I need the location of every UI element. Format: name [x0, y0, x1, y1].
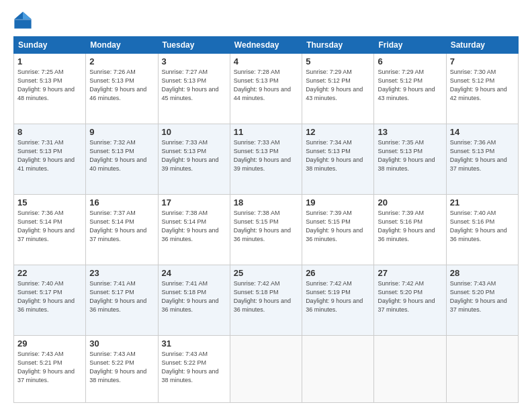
- calendar-cell: 9Sunrise: 7:32 AMSunset: 5:13 PMDaylight…: [86, 124, 158, 194]
- calendar-cell: 25Sunrise: 7:42 AMSunset: 5:18 PMDayligh…: [230, 265, 302, 335]
- day-info: Sunrise: 7:42 AMSunset: 5:20 PMDaylight:…: [378, 280, 435, 313]
- calendar-body: 1Sunrise: 7:25 AMSunset: 5:13 PMDaylight…: [14, 54, 519, 403]
- calendar-cell: 26Sunrise: 7:42 AMSunset: 5:19 PMDayligh…: [302, 265, 374, 335]
- calendar-cell: 15Sunrise: 7:36 AMSunset: 5:14 PMDayligh…: [14, 194, 86, 265]
- calendar-cell: 10Sunrise: 7:33 AMSunset: 5:13 PMDayligh…: [158, 124, 230, 194]
- calendar-cell: [374, 335, 446, 402]
- calendar-cell: 28Sunrise: 7:43 AMSunset: 5:20 PMDayligh…: [446, 265, 518, 335]
- day-info: Sunrise: 7:43 AMSunset: 5:22 PMDaylight:…: [89, 351, 146, 383]
- day-number: 7: [450, 56, 515, 66]
- calendar-cell: 31Sunrise: 7:43 AMSunset: 5:22 PMDayligh…: [158, 335, 230, 402]
- day-number: 31: [162, 338, 226, 349]
- calendar-cell: 16Sunrise: 7:37 AMSunset: 5:14 PMDayligh…: [86, 194, 158, 265]
- calendar-cell: 13Sunrise: 7:35 AMSunset: 5:13 PMDayligh…: [374, 124, 446, 194]
- calendar-row: 15Sunrise: 7:36 AMSunset: 5:14 PMDayligh…: [14, 194, 519, 265]
- day-number: 19: [306, 197, 370, 208]
- calendar-cell: 19Sunrise: 7:39 AMSunset: 5:15 PMDayligh…: [302, 194, 374, 265]
- day-number: 2: [89, 56, 154, 66]
- day-info: Sunrise: 7:29 AMSunset: 5:12 PMDaylight:…: [306, 68, 363, 101]
- weekday-header: Monday: [86, 37, 158, 54]
- day-number: 5: [306, 56, 370, 66]
- day-info: Sunrise: 7:39 AMSunset: 5:15 PMDaylight:…: [306, 210, 363, 242]
- day-info: Sunrise: 7:29 AMSunset: 5:12 PMDaylight:…: [378, 68, 435, 101]
- page-header: [13, 11, 519, 30]
- svg-marker-1: [23, 11, 32, 19]
- calendar-cell: 20Sunrise: 7:39 AMSunset: 5:16 PMDayligh…: [374, 194, 446, 265]
- weekday-header: Thursday: [302, 37, 374, 54]
- day-number: 29: [17, 338, 82, 349]
- day-info: Sunrise: 7:38 AMSunset: 5:14 PMDaylight:…: [162, 210, 219, 242]
- day-number: 4: [234, 56, 298, 66]
- calendar-cell: 21Sunrise: 7:40 AMSunset: 5:16 PMDayligh…: [446, 194, 518, 265]
- day-number: 15: [17, 197, 82, 208]
- calendar-cell: 12Sunrise: 7:34 AMSunset: 5:13 PMDayligh…: [302, 124, 374, 194]
- day-number: 26: [306, 268, 370, 278]
- calendar-cell: 29Sunrise: 7:43 AMSunset: 5:21 PMDayligh…: [14, 335, 86, 402]
- weekday-header: Wednesday: [230, 37, 302, 54]
- day-info: Sunrise: 7:42 AMSunset: 5:18 PMDaylight:…: [234, 280, 291, 313]
- calendar-cell: 2Sunrise: 7:26 AMSunset: 5:13 PMDaylight…: [86, 54, 158, 124]
- day-info: Sunrise: 7:25 AMSunset: 5:13 PMDaylight:…: [17, 68, 75, 101]
- day-info: Sunrise: 7:41 AMSunset: 5:18 PMDaylight:…: [162, 280, 219, 313]
- calendar-cell: 30Sunrise: 7:43 AMSunset: 5:22 PMDayligh…: [86, 335, 158, 402]
- calendar-cell: 17Sunrise: 7:38 AMSunset: 5:14 PMDayligh…: [158, 194, 230, 265]
- calendar-cell: [446, 335, 518, 402]
- calendar-cell: 23Sunrise: 7:41 AMSunset: 5:17 PMDayligh…: [86, 265, 158, 335]
- day-info: Sunrise: 7:36 AMSunset: 5:14 PMDaylight:…: [17, 210, 75, 242]
- day-info: Sunrise: 7:42 AMSunset: 5:19 PMDaylight:…: [306, 280, 363, 313]
- calendar-table: SundayMondayTuesdayWednesdayThursdayFrid…: [13, 36, 519, 403]
- calendar-row: 29Sunrise: 7:43 AMSunset: 5:21 PMDayligh…: [14, 335, 519, 402]
- day-number: 6: [378, 56, 442, 66]
- calendar-cell: 4Sunrise: 7:28 AMSunset: 5:13 PMDaylight…: [230, 54, 302, 124]
- weekday-header: Saturday: [446, 37, 518, 54]
- calendar-cell: 6Sunrise: 7:29 AMSunset: 5:12 PMDaylight…: [374, 54, 446, 124]
- weekday-header: Sunday: [14, 37, 86, 54]
- day-number: 9: [89, 127, 154, 137]
- day-number: 28: [450, 268, 515, 278]
- day-info: Sunrise: 7:34 AMSunset: 5:13 PMDaylight:…: [306, 139, 363, 172]
- day-info: Sunrise: 7:39 AMSunset: 5:16 PMDaylight:…: [378, 210, 435, 242]
- day-info: Sunrise: 7:35 AMSunset: 5:13 PMDaylight:…: [378, 139, 435, 172]
- logo: [13, 11, 35, 30]
- calendar-cell: [302, 335, 374, 402]
- day-number: 30: [89, 338, 154, 349]
- calendar-cell: 7Sunrise: 7:30 AMSunset: 5:12 PMDaylight…: [446, 54, 518, 124]
- calendar-cell: 24Sunrise: 7:41 AMSunset: 5:18 PMDayligh…: [158, 265, 230, 335]
- day-info: Sunrise: 7:31 AMSunset: 5:13 PMDaylight:…: [17, 139, 75, 172]
- day-info: Sunrise: 7:43 AMSunset: 5:22 PMDaylight:…: [162, 351, 219, 383]
- weekday-header: Tuesday: [158, 37, 230, 54]
- day-info: Sunrise: 7:30 AMSunset: 5:12 PMDaylight:…: [450, 68, 507, 101]
- day-number: 24: [162, 268, 226, 278]
- day-number: 14: [450, 127, 515, 137]
- day-info: Sunrise: 7:28 AMSunset: 5:13 PMDaylight:…: [234, 68, 291, 101]
- day-number: 10: [162, 127, 226, 137]
- day-info: Sunrise: 7:36 AMSunset: 5:13 PMDaylight:…: [450, 139, 507, 172]
- calendar-cell: 1Sunrise: 7:25 AMSunset: 5:13 PMDaylight…: [14, 54, 86, 124]
- calendar-cell: 18Sunrise: 7:38 AMSunset: 5:15 PMDayligh…: [230, 194, 302, 265]
- day-number: 25: [234, 268, 298, 278]
- day-info: Sunrise: 7:37 AMSunset: 5:14 PMDaylight:…: [89, 210, 146, 242]
- day-info: Sunrise: 7:43 AMSunset: 5:21 PMDaylight:…: [17, 351, 75, 383]
- day-number: 22: [17, 268, 82, 278]
- calendar-cell: 8Sunrise: 7:31 AMSunset: 5:13 PMDaylight…: [14, 124, 86, 194]
- day-number: 11: [234, 127, 298, 137]
- calendar-row: 1Sunrise: 7:25 AMSunset: 5:13 PMDaylight…: [14, 54, 519, 124]
- day-number: 20: [378, 197, 442, 208]
- day-number: 3: [162, 56, 226, 66]
- day-number: 17: [162, 197, 226, 208]
- day-number: 12: [306, 127, 370, 137]
- weekday-header: Friday: [374, 37, 446, 54]
- day-info: Sunrise: 7:41 AMSunset: 5:17 PMDaylight:…: [89, 280, 146, 313]
- calendar-cell: 3Sunrise: 7:27 AMSunset: 5:13 PMDaylight…: [158, 54, 230, 124]
- day-number: 27: [378, 268, 442, 278]
- day-info: Sunrise: 7:40 AMSunset: 5:16 PMDaylight:…: [450, 210, 507, 242]
- day-number: 18: [234, 197, 298, 208]
- calendar-row: 8Sunrise: 7:31 AMSunset: 5:13 PMDaylight…: [14, 124, 519, 194]
- calendar-cell: 5Sunrise: 7:29 AMSunset: 5:12 PMDaylight…: [302, 54, 374, 124]
- day-info: Sunrise: 7:43 AMSunset: 5:20 PMDaylight:…: [450, 280, 507, 313]
- calendar-cell: 14Sunrise: 7:36 AMSunset: 5:13 PMDayligh…: [446, 124, 518, 194]
- calendar-cell: 27Sunrise: 7:42 AMSunset: 5:20 PMDayligh…: [374, 265, 446, 335]
- calendar-cell: 22Sunrise: 7:40 AMSunset: 5:17 PMDayligh…: [14, 265, 86, 335]
- day-info: Sunrise: 7:32 AMSunset: 5:13 PMDaylight:…: [89, 139, 146, 172]
- day-info: Sunrise: 7:38 AMSunset: 5:15 PMDaylight:…: [234, 210, 291, 242]
